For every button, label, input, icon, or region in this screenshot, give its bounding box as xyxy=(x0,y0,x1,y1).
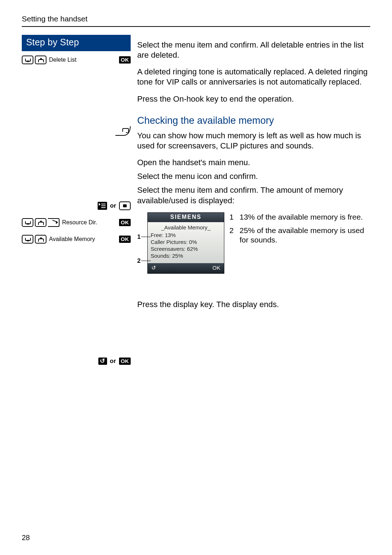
mem-free: Free: 13% xyxy=(151,232,221,238)
back-icon xyxy=(98,358,107,365)
leader-2: 2 xyxy=(137,257,140,265)
para-select-item: Select the menu item and confirm. The am… xyxy=(137,185,370,205)
menu-icon xyxy=(98,202,107,210)
legend-text: 13% of the available memory is free. xyxy=(240,212,363,222)
center-key-icon xyxy=(119,201,131,210)
para-delete-confirm: Select the menu item and confirm. All de… xyxy=(137,40,370,60)
step-title: Step by Step xyxy=(22,35,131,50)
legend: 1 13% of the available memory is free. 2… xyxy=(229,212,370,249)
nav-down-icon xyxy=(22,235,33,244)
step-sidebar: Step by Step Delete List OK xyxy=(22,35,131,369)
nav-up-icon xyxy=(35,218,46,227)
phone-figure: 1 2 SIEMENS _Available Memory_ Free: 13%… xyxy=(137,212,370,281)
main-content: Select the menu item and confirm. All de… xyxy=(131,35,370,369)
legend-num: 1 xyxy=(229,212,235,222)
row-menu-or-center: or xyxy=(22,197,131,214)
ok-badge: OK xyxy=(119,219,131,226)
label-delete-list: Delete List xyxy=(48,57,78,63)
pointer-icon xyxy=(48,218,60,227)
para-ringtone-note: A deleted ringing tone is automatically … xyxy=(137,67,370,87)
mem-caller-pictures: Caller Pictures: 0% xyxy=(151,239,221,245)
page-number: 28 xyxy=(22,534,30,542)
row-back-or-ok: or OK xyxy=(22,352,131,369)
legend-num: 2 xyxy=(229,226,235,245)
onhook-icon xyxy=(115,126,131,136)
ok-badge: OK xyxy=(119,56,131,64)
nav-up-icon xyxy=(35,56,46,64)
ok-badge: OK xyxy=(119,358,131,365)
legend-text: 25% of the available memory is used for … xyxy=(240,226,370,245)
row-delete-list: Delete List OK xyxy=(22,51,131,68)
nav-down-icon xyxy=(22,218,33,227)
ok-badge: OK xyxy=(119,236,131,243)
row-resource-dir: Resource Dir. OK xyxy=(22,214,131,230)
softkey-ok: OK xyxy=(212,265,220,271)
legend-item: 1 13% of the available memory is free. xyxy=(229,212,370,222)
label-available-memory: Available Memory xyxy=(48,236,96,242)
para-display-key: Press the display key. The display ends. xyxy=(137,299,370,310)
label-resource-dir: Resource Dir. xyxy=(61,219,98,226)
row-onhook xyxy=(22,122,131,139)
para-memory-intro: You can show how much memory is left as … xyxy=(137,131,370,151)
para-onhook: Press the On-hook key to end the operati… xyxy=(137,94,370,104)
or-text: or xyxy=(109,202,118,209)
nav-down-icon xyxy=(22,56,33,64)
leader-1: 1 xyxy=(137,233,140,241)
or-text: or xyxy=(109,358,118,365)
mem-screensavers: Screensavers: 62% xyxy=(151,246,221,252)
row-available-memory: Available Memory OK xyxy=(22,230,131,247)
mem-sounds: Sounds: 25% xyxy=(151,253,221,259)
para-select-icon: Select the menu icon and confirm. xyxy=(137,171,370,181)
phone-brand: SIEMENS xyxy=(148,213,224,222)
phone-screen-title: _Available Memory_ xyxy=(151,224,221,230)
heading-memory: Checking the available memory xyxy=(137,115,370,126)
para-open-menu: Open the handset's main menu. xyxy=(137,158,370,168)
softkey-back-icon: ↺ xyxy=(151,265,156,271)
nav-up-icon xyxy=(35,235,46,244)
legend-item: 2 25% of the available memory is used fo… xyxy=(229,226,370,245)
running-header: Setting the handset xyxy=(22,15,370,27)
phone-screen: SIEMENS _Available Memory_ Free: 13% Cal… xyxy=(147,212,224,274)
